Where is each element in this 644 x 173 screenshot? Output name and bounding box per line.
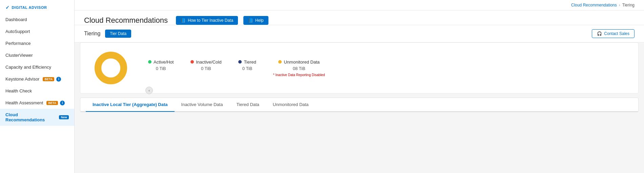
sidebar-item-healthcheck[interactable]: Health Check [0,85,74,97]
info-icon-healthassessment[interactable]: i [60,101,65,105]
sidebar-nav: DashboardAutoSupportPerformanceClusterVi… [0,14,74,126]
beta-badge-keystone: BETA [43,77,54,81]
legend-dot-active [148,60,152,64]
legend-item-unmonitored: Unmonitored Data08 TiB* Inactive Data Re… [273,59,325,77]
tab-inactive-local[interactable]: Inactive Local Tier (Aggregate) Data [86,98,175,112]
help-label: Help [255,18,264,23]
legend-label-text-tiered: Tiered [244,59,256,65]
legend-value-tiered: 0 TiB [242,66,253,71]
sidebar-item-label-clusterviewer: ClusterViewer [5,53,33,58]
sidebar-item-dashboard[interactable]: Dashboard [0,14,74,25]
tabs-section: Inactive Local Tier (Aggregate) DataInac… [80,98,639,112]
headset-icon: 🎧 [597,31,602,36]
help-icon: 📘 [248,18,253,23]
sidebar: ✓ DIGITAL ADVISOR DashboardAutoSupportPe… [0,0,75,173]
sidebar-item-healthassessment[interactable]: Health AssessmentBETAi [0,97,74,109]
beta-badge-healthassessment: BETA [46,101,58,105]
tab-tiered-data[interactable]: Tiered Data [229,98,266,112]
legend-item-inactive: Inactive/Cold0 TiB [190,59,221,71]
how-to-tier-label: How to Tier Inactive Data [188,18,233,23]
legend-dot-unmonitored [278,60,282,64]
chart-legend: Active/Hot0 TiBInactive/Cold0 TiBTiered0… [148,59,325,77]
legend-value-inactive: 0 TiB [201,66,211,71]
sidebar-item-performance[interactable]: Performance [0,37,74,49]
legend-label-row-active: Active/Hot [148,59,174,65]
breadcrumb-current: Tiering [622,3,635,7]
legend-value-active: 0 TiB [156,66,166,71]
breadcrumb: Cloud Recommendations › Tiering [75,0,644,11]
sidebar-item-cloudrecommendations[interactable]: Cloud RecommendationsNew [0,109,74,126]
tab-inactive-volume[interactable]: Inactive Volume Data [175,98,230,112]
sidebar-item-capacity[interactable]: Capacity and Efficiency [0,61,74,73]
book-icon: 📘 [181,18,186,23]
sidebar-item-label-keystone: Keystone Advisor [5,76,39,82]
legend-label-text-unmonitored: Unmonitored Data [284,59,320,65]
legend-item-tiered: Tiered0 TiB [238,59,256,71]
sidebar-item-autosupport[interactable]: AutoSupport [0,25,74,37]
tab-unmonitored[interactable]: Unmonitored Data [266,98,316,112]
legend-dot-tiered [238,60,242,64]
tabs-header: Inactive Local Tier (Aggregate) DataInac… [80,98,638,112]
legend-item-active: Active/Hot0 TiB [148,59,174,71]
legend-note-unmonitored: * Inactive Data Reporting Disabled [273,73,325,77]
breadcrumb-separator: › [619,3,620,7]
sidebar-item-label-dashboard: Dashboard [5,17,27,22]
sidebar-item-label-capacity: Capacity and Efficiency [5,65,51,70]
sidebar-item-label-healthassessment: Health Assessment [5,100,43,105]
chart-area: Active/Hot0 TiBInactive/Cold0 TiBTiered0… [80,42,639,93]
legend-label-row-inactive: Inactive/Cold [190,59,221,65]
tiering-title: Tiering [84,31,100,37]
sidebar-brand: ✓ DIGITAL ADVISOR [0,0,74,14]
new-badge-cloudrecommendations: New [59,115,69,119]
breadcrumb-parent[interactable]: Cloud Recommendations [571,3,617,7]
sidebar-item-label-healthcheck: Health Check [5,88,32,93]
info-icon-keystone[interactable]: i [56,77,61,82]
how-to-tier-button[interactable]: 📘 How to Tier Inactive Data [176,16,238,25]
check-icon: ✓ [5,5,10,10]
page-header: Cloud Recommendations 📘 How to Tier Inac… [75,11,644,25]
page-title: Cloud Recommendations [84,16,168,25]
legend-label-text-inactive: Inactive/Cold [196,59,221,65]
sidebar-item-label-cloudrecommendations: Cloud Recommendations [5,112,56,122]
sidebar-item-label-performance: Performance [5,41,31,46]
sidebar-item-keystone[interactable]: Keystone AdvisorBETAi [0,73,74,85]
contact-sales-button[interactable]: 🎧 Contact Sales [592,29,635,38]
help-button[interactable]: 📘 Help [243,16,268,25]
legend-dot-inactive [190,60,194,64]
tiering-header-left: Tiering Tier Data [84,30,131,38]
legend-value-unmonitored: 08 TiB [293,66,305,71]
donut-chart [94,51,128,85]
legend-label-text-active: Active/Hot [154,59,174,65]
sidebar-item-label-autosupport: AutoSupport [5,29,30,34]
tier-data-button[interactable]: Tier Data [105,30,131,38]
sidebar-collapse-button[interactable]: ‹ [145,87,153,94]
sidebar-item-clusterviewer[interactable]: ClusterViewer [0,49,74,61]
legend-label-row-tiered: Tiered [238,59,256,65]
main-content: Cloud Recommendations › Tiering Cloud Re… [75,0,644,173]
legend-label-row-unmonitored: Unmonitored Data [278,59,320,65]
svg-point-1 [104,61,118,75]
sidebar-brand-label: DIGITAL ADVISOR [12,5,47,10]
contact-sales-label: Contact Sales [604,31,629,36]
